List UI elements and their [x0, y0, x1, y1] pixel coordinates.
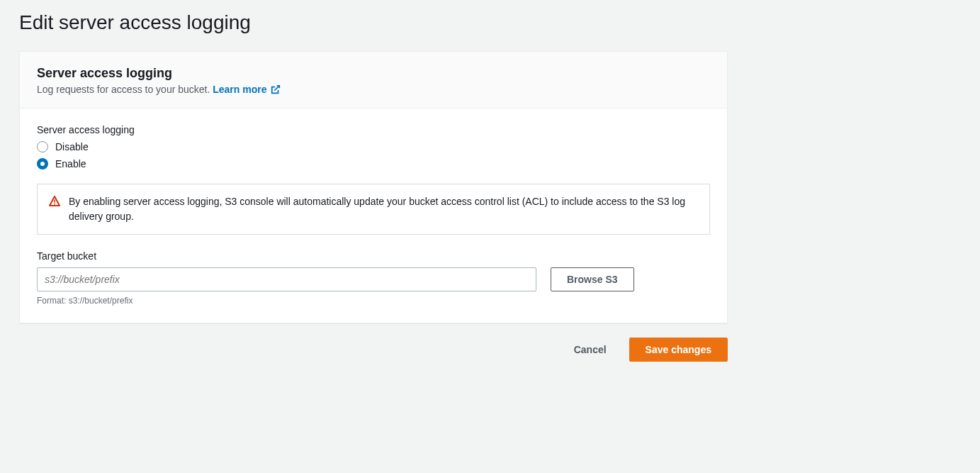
panel-body: Server access logging Disable Enable: [20, 108, 727, 323]
page-title: Edit server access logging: [19, 0, 961, 51]
panel-header: Server access logging Log requests for a…: [20, 52, 727, 108]
svg-rect-0: [54, 200, 55, 203]
save-changes-button[interactable]: Save changes: [629, 338, 728, 362]
target-bucket-input[interactable]: [37, 267, 536, 291]
target-bucket-label: Target bucket: [37, 250, 710, 262]
cancel-button[interactable]: Cancel: [558, 338, 622, 362]
section-label: Server access logging: [37, 124, 710, 135]
panel-description: Log requests for access to your bucket. …: [37, 84, 710, 95]
server-access-logging-panel: Server access logging Log requests for a…: [19, 51, 728, 323]
warning-text: By enabling server access logging, S3 co…: [69, 194, 698, 224]
radio-disable[interactable]: Disable: [37, 141, 710, 152]
panel-title: Server access logging: [37, 66, 710, 81]
radio-icon: [37, 158, 48, 169]
radio-icon: [37, 141, 48, 152]
browse-s3-button[interactable]: Browse S3: [551, 267, 634, 291]
target-format-hint: Format: s3://bucket/prefix: [37, 296, 710, 306]
external-link-icon: [271, 84, 281, 94]
radio-enable[interactable]: Enable: [37, 158, 710, 169]
learn-more-link[interactable]: Learn more: [213, 84, 281, 95]
warning-alert: By enabling server access logging, S3 co…: [37, 184, 710, 235]
footer-actions: Cancel Save changes: [19, 323, 728, 376]
svg-rect-1: [54, 204, 55, 205]
radio-enable-label: Enable: [55, 158, 86, 169]
radio-disable-label: Disable: [55, 141, 89, 152]
radio-group: Disable Enable: [37, 141, 710, 169]
warning-icon: [49, 196, 60, 224]
